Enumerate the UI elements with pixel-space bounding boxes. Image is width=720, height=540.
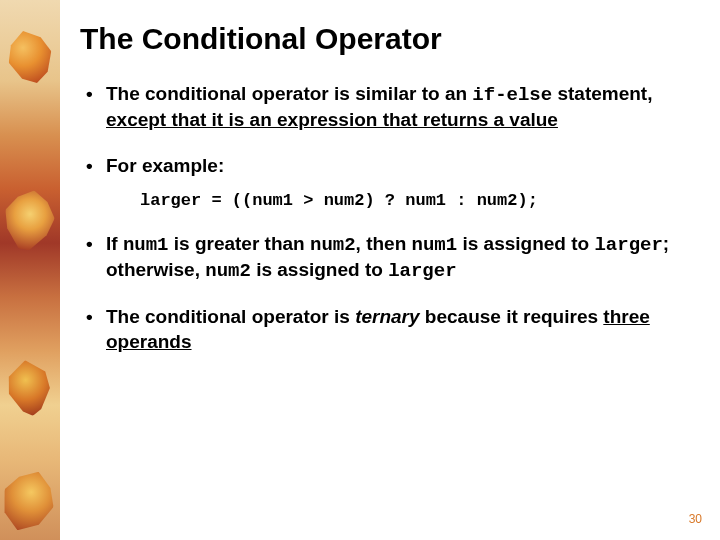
code-inline: num2 [205,260,251,282]
text: is assigned to [251,259,388,280]
text: , then [356,233,412,254]
code-inline: if-else [472,84,552,106]
leaf-icon [0,463,63,539]
slide-title: The Conditional Operator [80,22,700,56]
bullet-item: If num1 is greater than num2, then num1 … [80,232,700,283]
bullet-list: The conditional operator is similar to a… [80,82,700,179]
text: For example: [106,155,224,176]
code-example: larger = ((num1 > num2) ? num1 : num2); [140,191,700,210]
slide-content: The Conditional Operator The conditional… [80,22,700,377]
code-inline: larger [594,234,662,256]
text: is assigned to [457,233,594,254]
page-number: 30 [689,512,702,526]
leaf-icon [2,357,55,419]
text-italic: ternary [355,306,419,327]
text: The conditional operator is similar to a… [106,83,472,104]
code-inline: num2 [310,234,356,256]
leaf-icon [0,186,59,254]
text-underlined: except that it is an expression that ret… [106,109,558,130]
bullet-item: The conditional operator is ternary beca… [80,305,700,354]
text: The conditional operator is [106,306,355,327]
decorative-sidebar [0,0,60,540]
code-inline: num1 [123,234,169,256]
bullet-list: If num1 is greater than num2, then num1 … [80,232,700,355]
text: If [106,233,123,254]
code-inline: larger [388,260,456,282]
code-inline: num1 [412,234,458,256]
text: statement, [552,83,652,104]
bullet-item: For example: [80,154,700,179]
leaf-icon [2,25,58,89]
text: because it requires [420,306,604,327]
bullet-item: The conditional operator is similar to a… [80,82,700,132]
text: is greater than [169,233,311,254]
